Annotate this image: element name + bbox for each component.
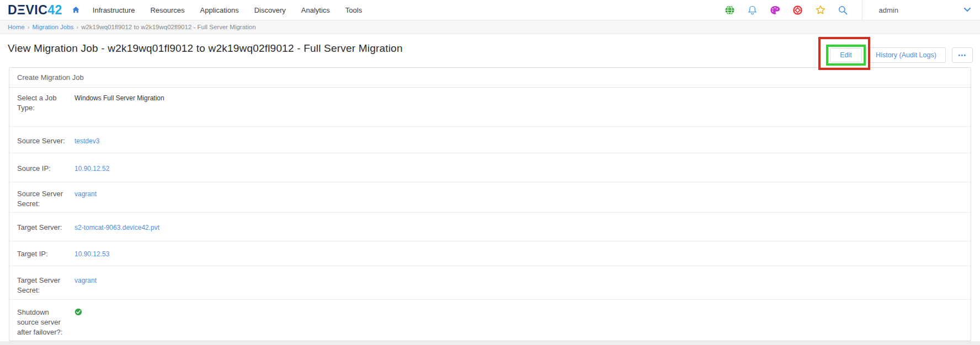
breadcrumb-current: w2k19wq01fl9012 to w2k19wq02fl9012 - Ful…: [81, 24, 255, 30]
target-server-link[interactable]: s2-tomcat-9063.device42.pvt: [74, 223, 159, 232]
nav-item-tools[interactable]: Tools: [345, 6, 362, 14]
palette-icon[interactable]: [770, 4, 781, 15]
home-icon[interactable]: [71, 6, 81, 14]
row-target-ip: Target IP: 10.90.12.53: [9, 241, 971, 266]
search-icon[interactable]: [838, 4, 849, 15]
user-menu[interactable]: admin: [879, 6, 898, 14]
breadcrumb-separator: ›: [76, 24, 78, 30]
nav-item-applications[interactable]: Applications: [200, 6, 239, 14]
field-label: Source IP:: [17, 164, 67, 174]
field-label: Target Server Secret:: [17, 276, 67, 295]
row-job-type: Select a Job Type: Windows Full Server M…: [9, 88, 971, 127]
bell-icon[interactable]: [747, 4, 758, 15]
chevron-down-icon[interactable]: [963, 7, 971, 13]
row-source-ip: Source IP: 10.90.12.52: [9, 153, 971, 182]
breadcrumb: Home › Migration Jobs › w2k19wq01fl9012 …: [0, 20, 980, 34]
target-ip-link[interactable]: 10.90.12.53: [74, 249, 109, 258]
top-navigation-bar: DΞVIC42 Infrastructure Resources Applica…: [0, 0, 980, 20]
field-label: Source Server Secret:: [17, 189, 67, 209]
source-server-link[interactable]: testdev3: [74, 136, 99, 145]
star-icon[interactable]: [815, 4, 826, 15]
source-ip-link[interactable]: 10.90.12.52: [74, 164, 109, 173]
more-actions-button[interactable]: •••: [952, 47, 973, 63]
success-check-icon: [74, 308, 82, 318]
nav-item-resources[interactable]: Resources: [150, 6, 184, 14]
field-value: Windows Full Server Migration: [74, 93, 164, 103]
nav-item-infrastructure[interactable]: Infrastructure: [93, 6, 135, 14]
row-source-server: Source Server: testdev3: [9, 127, 971, 153]
field-label: Target IP:: [17, 249, 67, 259]
edit-button[interactable]: Edit: [830, 48, 862, 62]
nav-item-discovery[interactable]: Discovery: [254, 6, 286, 14]
field-label: Shutdown source server after failover?:: [17, 308, 67, 337]
row-target-server: Target Server: s2-tomcat-9063.device42.p…: [9, 213, 971, 241]
globe-icon[interactable]: [725, 4, 736, 15]
device42-logo[interactable]: DΞVIC42: [8, 3, 62, 18]
target-secret-link[interactable]: vagrant: [74, 276, 97, 285]
migration-job-panel: Create Migration Job Select a Job Type: …: [9, 67, 971, 341]
breadcrumb-migration-jobs-link[interactable]: Migration Jobs: [33, 24, 74, 30]
help-ring-icon[interactable]: [792, 4, 803, 15]
breadcrumb-home-link[interactable]: Home: [8, 24, 25, 30]
field-label: Target Server:: [17, 223, 67, 233]
field-label: Select a Job Type:: [17, 93, 67, 113]
row-target-secret: Target Server Secret: vagrant: [9, 266, 971, 300]
panel-title: Create Migration Job: [9, 68, 971, 88]
page-title: View Migration Job - w2k19wq01fl9012 to …: [8, 42, 403, 55]
logo-text-accent: 42: [47, 3, 62, 17]
top-right-controls: admin: [713, 0, 971, 20]
main-menu: Infrastructure Resources Applications Di…: [93, 6, 377, 14]
logo-text-dark: DΞVIC: [8, 3, 47, 17]
source-secret-link[interactable]: vagrant: [74, 189, 97, 198]
page-bottom-strip: [0, 341, 980, 345]
nav-item-analytics[interactable]: Analytics: [301, 6, 330, 14]
nav-divider: [862, 0, 862, 20]
field-label: Source Server:: [17, 136, 67, 146]
page: DΞVIC42 Infrastructure Resources Applica…: [0, 0, 980, 345]
row-shutdown-after-failover: Shutdown source server after failover?:: [9, 300, 971, 341]
breadcrumb-separator: ›: [28, 24, 30, 30]
history-audit-logs-button[interactable]: History (Audit Logs): [866, 47, 946, 63]
row-source-secret: Source Server Secret: vagrant: [9, 182, 971, 213]
